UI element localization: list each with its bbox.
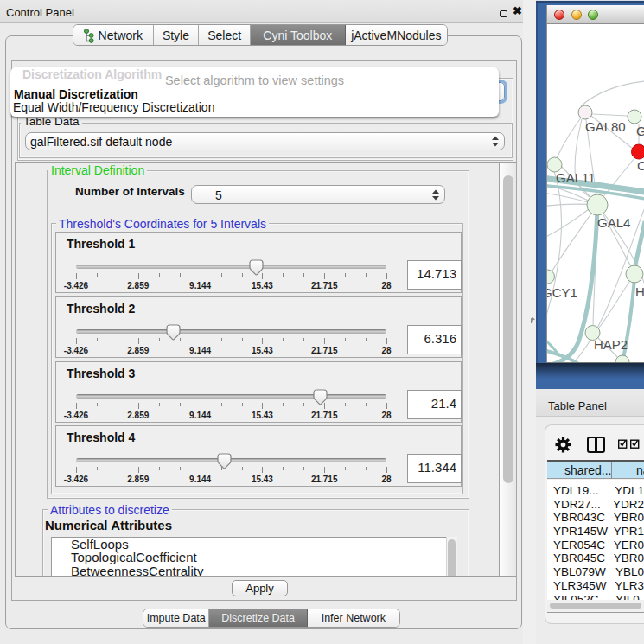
svg-text:H: H (635, 284, 644, 299)
svg-text:GAL80: GAL80 (585, 119, 626, 134)
svg-text:GCY1: GCY1 (546, 285, 577, 300)
svg-text:C: C (637, 158, 644, 173)
svg-text:GA: GA (636, 124, 644, 138)
svg-text:GAL4: GAL4 (597, 215, 630, 230)
svg-text:HAP2: HAP2 (594, 337, 628, 352)
svg-text:GAL11: GAL11 (556, 170, 596, 185)
